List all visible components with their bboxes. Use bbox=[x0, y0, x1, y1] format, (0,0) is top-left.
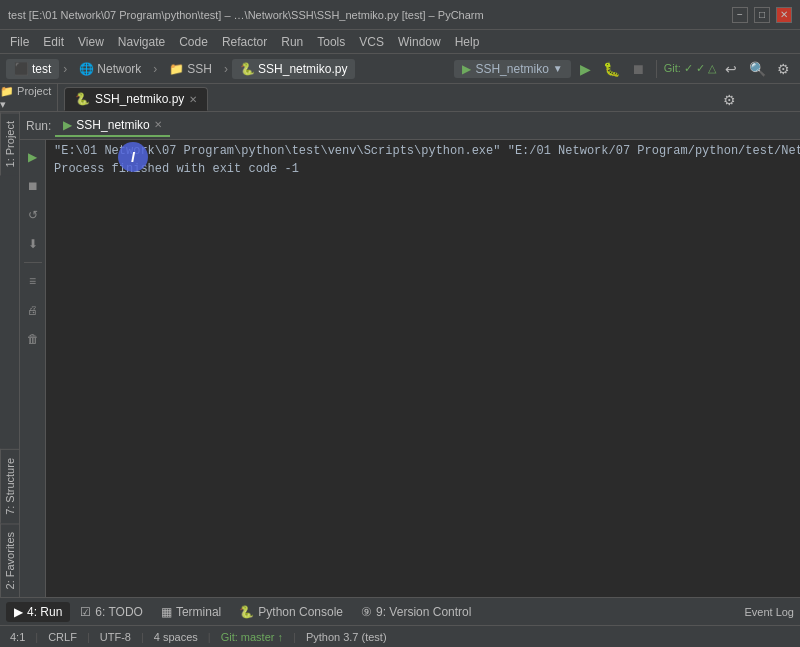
vtab-project[interactable]: 1: Project bbox=[0, 112, 19, 175]
stop-button[interactable]: ⏹ bbox=[627, 58, 649, 80]
editor-tab-ssh-netmiko[interactable]: 🐍 SSH_netmiko.py ✕ bbox=[64, 87, 208, 111]
status-python-value: Python 3.7 (test) bbox=[306, 631, 387, 643]
status-git[interactable]: Git: master ↑ bbox=[217, 631, 287, 643]
status-python[interactable]: Python 3.7 (test) bbox=[302, 631, 391, 643]
print-button[interactable]: 🖨 bbox=[20, 297, 46, 323]
nav-label-ssh: SSH bbox=[187, 62, 212, 76]
clear-button[interactable]: 🗑 bbox=[20, 326, 46, 352]
bottom-tab-version-control[interactable]: ⑨ 9: Version Control bbox=[353, 602, 479, 622]
status-line-endings[interactable]: CRLF bbox=[44, 631, 81, 643]
run-config-area: ▶ SSH_netmiko ▼ ▶ 🐛 ⏹ Git: ✓ ✓ △ ↩ 🔍 ⚙ bbox=[454, 58, 794, 80]
menu-run[interactable]: Run bbox=[275, 33, 309, 51]
status-charset[interactable]: UTF-8 bbox=[96, 631, 135, 643]
rerun-button[interactable]: ↺ bbox=[20, 202, 46, 228]
run-button[interactable]: ▶ bbox=[575, 58, 597, 80]
menu-help[interactable]: Help bbox=[449, 33, 486, 51]
nav-label-test: test bbox=[32, 62, 51, 76]
title-controls: − □ ✕ bbox=[732, 7, 792, 23]
vtab-favorites[interactable]: 2: Favorites bbox=[0, 523, 19, 597]
menu-code[interactable]: Code bbox=[173, 33, 214, 51]
nav-label-ssh-netmiko: SSH_netmiko.py bbox=[258, 62, 347, 76]
divider-1 bbox=[24, 262, 42, 263]
undo-button[interactable]: ↩ bbox=[720, 58, 742, 80]
status-bar: 4:1 | CRLF | UTF-8 | 4 spaces | Git: mas… bbox=[0, 625, 800, 647]
stop-run-button[interactable]: ⏹ bbox=[20, 173, 46, 199]
run-content-area: ▶ ⏹ ↺ ⬇ ≡ 🖨 🗑 "E:\01 Network\07 Program\… bbox=[20, 140, 800, 597]
menu-refactor[interactable]: Refactor bbox=[216, 33, 273, 51]
bottom-tab-run-label: 4: Run bbox=[27, 605, 62, 619]
bottom-tab-run[interactable]: ▶ 4: Run bbox=[6, 602, 70, 622]
close-button[interactable]: ✕ bbox=[776, 7, 792, 23]
run-output: "E:\01 Network\07 Program\python\test\ve… bbox=[46, 140, 800, 597]
run-output-line1: "E:\01 Network\07 Program\python\test\ve… bbox=[54, 144, 800, 158]
run-tab-label: SSH_netmiko bbox=[76, 118, 149, 132]
run-config-label: SSH_netmiko bbox=[475, 62, 548, 76]
maximize-button[interactable]: □ bbox=[754, 7, 770, 23]
menu-window[interactable]: Window bbox=[392, 33, 447, 51]
run-again-button[interactable]: ▶ bbox=[20, 144, 46, 170]
nav-bar: ⬛ test › 🌐 Network › 📁 SSH › 🐍 SSH_netmi… bbox=[0, 54, 800, 84]
menu-tools[interactable]: Tools bbox=[311, 33, 351, 51]
title-text: test [E:\01 Network\07 Program\python\te… bbox=[8, 9, 484, 21]
bottom-tab-terminal[interactable]: ▦ Terminal bbox=[153, 602, 229, 622]
status-position-value: 4:1 bbox=[10, 631, 25, 643]
nav-tab-network[interactable]: 🌐 Network bbox=[71, 59, 149, 79]
scroll-down-button[interactable]: ⬇ bbox=[20, 231, 46, 257]
run-config-name[interactable]: ▶ SSH_netmiko ▼ bbox=[454, 60, 570, 78]
separator-1 bbox=[656, 60, 657, 78]
status-charset-value: UTF-8 bbox=[100, 631, 131, 643]
status-position[interactable]: 4:1 bbox=[6, 631, 29, 643]
bottom-tab-python-console[interactable]: 🐍 Python Console bbox=[231, 602, 351, 622]
status-crlf-value: CRLF bbox=[48, 631, 77, 643]
nav-label-network: Network bbox=[97, 62, 141, 76]
nav-tab-ssh[interactable]: 📁 SSH bbox=[161, 59, 220, 79]
search-everywhere-button[interactable]: 🔍 bbox=[746, 58, 768, 80]
editor-settings-icon[interactable]: ⚙ bbox=[718, 89, 740, 111]
event-log-label[interactable]: Event Log bbox=[744, 606, 794, 618]
vtab-structure[interactable]: 7: Structure bbox=[0, 449, 19, 523]
bottom-tab-python-console-label: Python Console bbox=[258, 605, 343, 619]
menu-view[interactable]: View bbox=[72, 33, 110, 51]
soft-wrap-button[interactable]: ≡ bbox=[20, 268, 46, 294]
bottom-tab-version-control-label: 9: Version Control bbox=[376, 605, 471, 619]
run-tab-close[interactable]: ✕ bbox=[154, 119, 162, 130]
editor-tab-bar: 📁 Project ▾ 🐍 SSH_netmiko.py ✕ ⚙ bbox=[0, 84, 800, 112]
project-panel-toggle[interactable]: 📁 Project ▾ bbox=[0, 85, 57, 111]
git-status: Git: ✓ ✓ △ bbox=[664, 62, 716, 75]
bottom-tab-todo[interactable]: ☑ 6: TODO bbox=[72, 602, 151, 622]
menu-navigate[interactable]: Navigate bbox=[112, 33, 171, 51]
settings-button[interactable]: ⚙ bbox=[772, 58, 794, 80]
debug-button[interactable]: 🐛 bbox=[601, 58, 623, 80]
run-panel-header: Run: ▶ SSH_netmiko ✕ ⚙ bbox=[20, 112, 800, 140]
vertical-tabs-container: 1: Project 7: Structure 2: Favorites bbox=[0, 112, 20, 597]
close-tab-icon[interactable]: ✕ bbox=[189, 94, 197, 105]
status-git-value: Git: master ↑ bbox=[221, 631, 283, 643]
menu-vcs[interactable]: VCS bbox=[353, 33, 390, 51]
run-output-line2: Process finished with exit code -1 bbox=[54, 162, 299, 176]
status-indent[interactable]: 4 spaces bbox=[150, 631, 202, 643]
status-indent-value: 4 spaces bbox=[154, 631, 198, 643]
menu-file[interactable]: File bbox=[4, 33, 35, 51]
nav-tab-ssh-netmiko[interactable]: 🐍 SSH_netmiko.py bbox=[232, 59, 355, 79]
menu-edit[interactable]: Edit bbox=[37, 33, 70, 51]
title-bar: test [E:\01 Network\07 Program\python\te… bbox=[0, 0, 800, 30]
run-panel: Run: ▶ SSH_netmiko ✕ ⚙ ▶ ⏹ ↺ ⬇ bbox=[20, 112, 800, 597]
run-panel-side-controls: ▶ ⏹ ↺ ⬇ ≡ 🖨 🗑 bbox=[20, 140, 46, 597]
bottom-tab-todo-label: 6: TODO bbox=[95, 605, 143, 619]
menu-bar: File Edit View Navigate Code Refactor Ru… bbox=[0, 30, 800, 54]
minimize-button[interactable]: − bbox=[732, 7, 748, 23]
bottom-tabs-bar: ▶ 4: Run ☑ 6: TODO ▦ Terminal 🐍 Python C… bbox=[0, 597, 800, 625]
run-panel-title: Run: bbox=[26, 119, 51, 133]
run-tab-ssh-netmiko[interactable]: ▶ SSH_netmiko ✕ bbox=[55, 115, 169, 137]
editor-tab-label: SSH_netmiko.py bbox=[95, 92, 184, 106]
bottom-tab-terminal-label: Terminal bbox=[176, 605, 221, 619]
nav-tab-test[interactable]: ⬛ test bbox=[6, 59, 59, 79]
